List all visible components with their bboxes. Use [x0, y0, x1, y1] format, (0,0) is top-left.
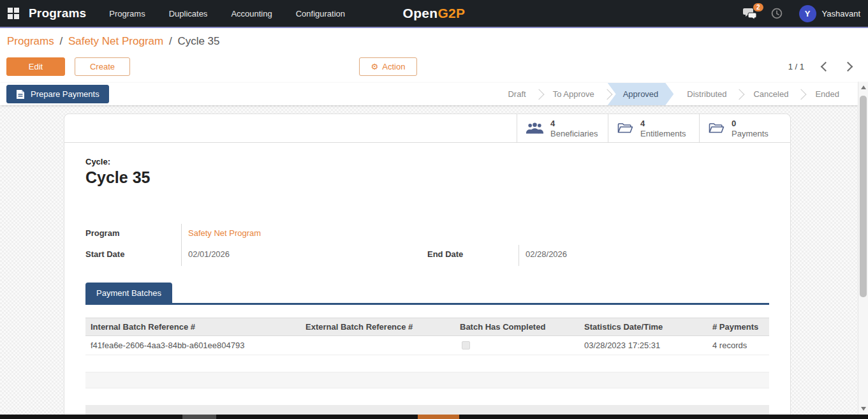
stat-beneficiaries[interactable]: 4 Beneficiaries: [517, 114, 608, 142]
entitlements-count: 4: [640, 119, 686, 128]
scrollbar-thumb[interactable]: [860, 96, 867, 297]
program-label: Program: [85, 224, 181, 245]
stat-buttons: 4 Beneficiaries 4 Entitlements: [517, 114, 790, 142]
app-window: Programs Programs Duplicates Accounting …: [0, 0, 868, 419]
program-link[interactable]: Safety Net Program: [188, 228, 261, 238]
completed-checkbox: [462, 341, 470, 349]
stat-entitlements[interactable]: 4 Entitlements: [608, 114, 699, 142]
gear-icon: ⚙: [371, 62, 379, 71]
taskbar-edge: [0, 415, 868, 419]
user-name: Yashavant: [822, 9, 860, 18]
cell-stats-datetime: 03/28/2023 17:25:31: [579, 341, 707, 350]
end-date-label: End Date: [427, 245, 519, 266]
control-panel: Programs / Safety Net Program / Cycle 35…: [0, 28, 868, 83]
state-ended[interactable]: Ended: [802, 83, 853, 105]
user-menu[interactable]: Y Yashavant: [799, 5, 860, 22]
prepare-payments-button[interactable]: Prepare Payments: [6, 85, 109, 103]
nav-item-duplicates[interactable]: Duplicates: [169, 9, 208, 18]
form-sheet: 4 Beneficiaries 4 Entitlements: [64, 114, 791, 415]
status-pipeline: Draft To Approve Approved Distributed Ca…: [494, 83, 853, 105]
form-fields: Program Safety Net Program Start Date 02…: [85, 224, 769, 266]
empty-row: [85, 372, 769, 388]
breadcrumb-programs[interactable]: Programs: [7, 35, 54, 47]
col-batch-has-completed[interactable]: Batch Has Completed: [455, 322, 579, 332]
nav-item-accounting[interactable]: Accounting: [231, 9, 272, 18]
users-icon: [526, 122, 543, 134]
pager-nav: [818, 60, 855, 73]
col-num-payments[interactable]: # Payments: [707, 322, 769, 332]
navbar-accent-line: [0, 27, 868, 28]
breadcrumb-safety-net-program[interactable]: Safety Net Program: [68, 35, 163, 47]
vertical-scrollbar[interactable]: [858, 82, 868, 415]
state-to-approve[interactable]: To Approve: [540, 83, 608, 105]
navbar-right: 2 Y Yashavant: [743, 5, 860, 22]
cell-num-payments: 4 records: [707, 341, 769, 350]
pager-next-icon[interactable]: [842, 60, 855, 73]
folder-open-icon: [709, 122, 725, 134]
top-navbar: Programs Programs Duplicates Accounting …: [0, 0, 868, 27]
cycle-title: Cycle 35: [85, 168, 769, 187]
state-canceled[interactable]: Canceled: [740, 83, 802, 105]
beneficiaries-count: 4: [550, 119, 598, 128]
scrollbar-up-icon[interactable]: [861, 85, 866, 89]
col-internal-batch-ref[interactable]: Internal Batch Reference #: [85, 322, 300, 332]
table-header-row: Internal Batch Reference # External Batc…: [85, 318, 769, 336]
user-avatar: Y: [799, 5, 816, 22]
state-draft[interactable]: Draft: [494, 83, 539, 105]
col-external-batch-ref[interactable]: External Batch Reference #: [300, 322, 455, 332]
apps-menu-icon[interactable]: [8, 8, 19, 19]
start-date-label: Start Date: [85, 245, 181, 266]
payments-count: 0: [732, 119, 769, 128]
action-button[interactable]: ⚙ Action: [359, 57, 417, 76]
tab-bar: Payment Batches: [85, 283, 769, 305]
state-approved[interactable]: Approved: [608, 83, 674, 105]
pager-value[interactable]: 1 / 1: [788, 62, 804, 71]
col-statistics-datetime[interactable]: Statistics Date/Time: [579, 322, 707, 332]
clock-icon: [771, 8, 783, 19]
cell-batch-completed: [455, 341, 579, 349]
payment-batches-table: Internal Batch Reference # External Batc…: [85, 318, 769, 415]
breadcrumb-separator: /: [59, 35, 63, 47]
taskbar-segment: [182, 415, 216, 419]
activities-icon[interactable]: [771, 8, 783, 19]
empty-row: [85, 355, 769, 372]
breadcrumb-current: Cycle 35: [177, 35, 219, 47]
entitlements-label: Entitlements: [640, 129, 686, 138]
messages-badge: 2: [753, 3, 763, 11]
app-title: Programs: [29, 6, 86, 20]
payments-label: Payments: [732, 129, 769, 138]
empty-row: [85, 388, 769, 405]
breadcrumb: Programs / Safety Net Program / Cycle 35: [7, 35, 220, 48]
stat-payments[interactable]: 0 Payments: [699, 114, 790, 142]
notebook: Payment Batches Internal Batch Reference…: [85, 283, 769, 415]
folder-open-icon: [617, 122, 633, 134]
start-date-value: 02/01/2026: [181, 245, 427, 266]
tab-payment-batches[interactable]: Payment Batches: [85, 283, 172, 303]
prepare-payments-label: Prepare Payments: [31, 89, 99, 99]
nav-menu: Programs Duplicates Accounting Configura…: [109, 9, 345, 18]
statusbar: Prepare Payments Draft To Approve Approv…: [0, 83, 858, 105]
empty-row: [85, 405, 769, 415]
content-background: 4 Beneficiaries 4 Entitlements: [0, 105, 858, 415]
openg2p-logo: OpenG2P: [403, 6, 466, 21]
beneficiaries-label: Beneficiaries: [550, 129, 598, 138]
scrollbar-down-icon[interactable]: [861, 407, 866, 411]
nav-item-configuration[interactable]: Configuration: [296, 9, 345, 18]
edit-button[interactable]: Edit: [6, 57, 65, 76]
messages-icon[interactable]: 2: [743, 8, 757, 19]
end-date-value: 02/28/2026: [519, 245, 769, 266]
cell-internal-ref: f41fea6e-2606-4aa3-84bb-a601ee804793: [85, 341, 300, 350]
breadcrumb-separator: /: [169, 35, 172, 47]
document-icon: [16, 89, 25, 99]
state-distributed[interactable]: Distributed: [673, 83, 740, 105]
sheet-body: Cycle: Cycle 35 Program Safety Net Progr…: [85, 142, 769, 415]
pager-previous-icon[interactable]: [818, 60, 830, 73]
table-row[interactable]: f41fea6e-2606-4aa3-84bb-a601ee804793 03/…: [85, 336, 769, 355]
nav-item-programs[interactable]: Programs: [109, 9, 145, 18]
cycle-field-label: Cycle:: [85, 157, 769, 166]
create-button[interactable]: Create: [75, 57, 130, 76]
taskbar-segment: [418, 415, 459, 419]
action-button-label: Action: [382, 62, 405, 71]
